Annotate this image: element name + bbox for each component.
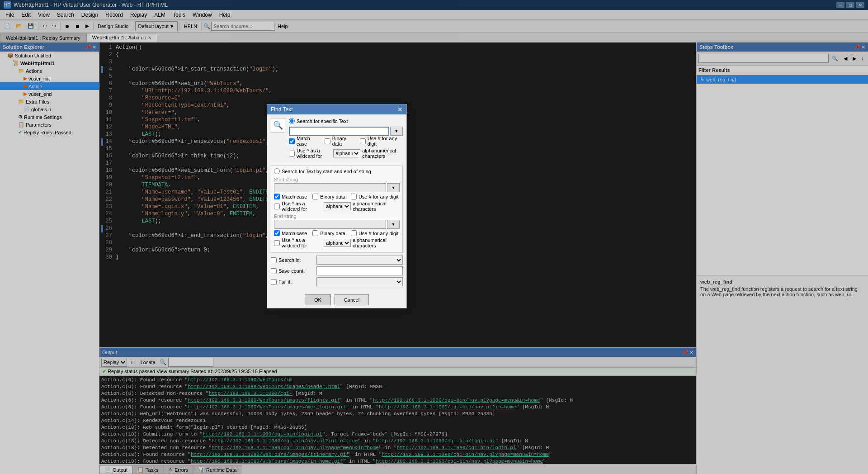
wildcard-select-3[interactable]: alphanumerical characters	[324, 239, 351, 247]
match-case-checkbox-3[interactable]	[274, 230, 280, 236]
binary-data-checkbox-1[interactable]	[325, 138, 330, 144]
start-string-field[interactable]	[274, 183, 386, 192]
search-specific-text-row: Search for specific Text	[289, 118, 403, 124]
binary-data-checkbox-3[interactable]	[312, 230, 318, 236]
top-section: 🔍 Search for specific Text ▼ Match case	[271, 118, 403, 160]
binary-data-label-3: Binary data	[320, 231, 345, 236]
use-caret-checkbox-1[interactable]	[289, 151, 295, 156]
match-case-label-2: Match case	[282, 194, 307, 199]
save-count-label: Save count:	[278, 268, 315, 274]
wildcard-suffix-1: alphanumerical characters	[362, 148, 403, 159]
wildcard-row-3: Use ^ as a wildcard for alphanumerical c…	[274, 237, 400, 248]
use-caret-label-3: Use ^ as a wildcard for	[282, 237, 322, 248]
use-hash-checkbox-1[interactable]	[360, 138, 366, 144]
search-text-field[interactable]	[289, 127, 389, 136]
divider-1	[271, 163, 403, 163]
start-string-input-row: ▼	[274, 183, 400, 192]
wildcard-suffix-3: alphanumerical characters	[353, 237, 400, 248]
end-string-input-row: ▼	[274, 220, 400, 229]
match-case-row-2: Match case Binary data Use # for any dig…	[274, 194, 400, 199]
save-count-field[interactable]	[316, 266, 403, 275]
boundary-section: Search for Text by start and end of stri…	[271, 165, 403, 253]
search-boundary-radio[interactable]	[274, 168, 280, 174]
match-case-checkbox-1[interactable]	[289, 138, 295, 144]
dialog-title-text: Find Text	[271, 106, 292, 113]
start-string-label: Start string	[274, 177, 400, 182]
binary-data-label-1: Binary data	[332, 136, 354, 147]
dialog-body: 🔍 Search for specific Text ▼ Match case	[267, 114, 406, 292]
use-hash-checkbox-3[interactable]	[351, 230, 357, 236]
use-caret-checkbox-3[interactable]	[274, 240, 280, 246]
dialog-overlay: Find Text ✕ 🔍 Search for specific Text ▼	[0, 0, 868, 474]
save-count-checkbox[interactable]	[271, 268, 277, 274]
search-in-label: Search in:	[278, 257, 315, 263]
search-in-checkbox[interactable]	[271, 257, 277, 263]
binary-data-checkbox-2[interactable]	[312, 194, 318, 199]
match-case-row-3: Match case Binary data Use # for any dig…	[274, 230, 400, 236]
cancel-button[interactable]: Cancel	[335, 294, 369, 305]
wildcard-suffix-2: alphanumerical characters	[353, 201, 400, 212]
match-case-row-1: Match case Binary data Use # for any dig…	[289, 136, 403, 147]
fail-if-checkbox[interactable]	[271, 279, 277, 285]
use-hash-label-2: Use # for any digit	[359, 194, 399, 199]
start-browse-button[interactable]: ▼	[387, 183, 400, 192]
save-count-row: Save count:	[271, 266, 403, 275]
use-caret-label-1: Use ^ as a wildcard for	[297, 148, 331, 159]
search-browse-button[interactable]: ▼	[390, 127, 403, 136]
wildcard-select-2[interactable]: alphanumerical characters	[324, 202, 351, 210]
use-hash-label-3: Use # for any digit	[359, 231, 399, 236]
ok-button[interactable]: OK	[305, 294, 331, 305]
dialog-footer: OK Cancel	[267, 292, 406, 308]
use-caret-checkbox-2[interactable]	[274, 204, 280, 209]
find-icon: 🔍	[271, 118, 285, 133]
use-hash-checkbox-2[interactable]	[351, 194, 357, 199]
wildcard-row-1: Use ^ as a wildcard for alphanumerical c…	[289, 148, 403, 159]
dialog-title-bar: Find Text ✕	[267, 104, 406, 114]
search-boundary-row: Search for Text by start and end of stri…	[274, 168, 400, 174]
dialog-close-button[interactable]: ✕	[397, 106, 403, 113]
fail-if-select[interactable]	[316, 277, 403, 286]
end-string-field[interactable]	[274, 220, 386, 229]
search-text-input-row: ▼	[289, 127, 403, 136]
match-case-checkbox-2[interactable]	[274, 194, 280, 199]
find-text-dialog: Find Text ✕ 🔍 Search for specific Text ▼	[267, 104, 407, 308]
search-specific-radio[interactable]	[289, 118, 295, 124]
match-case-label-1: Match case	[297, 136, 319, 147]
fail-if-row: Fail if:	[271, 277, 403, 286]
end-string-label: End string	[274, 213, 400, 219]
match-case-label-3: Match case	[282, 231, 307, 236]
wildcard-select-1[interactable]: alphanumerical characters	[333, 149, 360, 157]
use-hash-label-1: Use # for any digit	[368, 136, 403, 147]
search-in-select[interactable]	[316, 256, 403, 265]
binary-data-label-2: Binary data	[320, 194, 345, 199]
fail-if-label: Fail if:	[278, 279, 315, 284]
search-boundary-label: Search for Text by start and end of stri…	[282, 169, 371, 174]
wildcard-row-2: Use ^ as a wildcard for alphanumerical c…	[274, 201, 400, 212]
end-browse-button[interactable]: ▼	[387, 220, 400, 229]
search-in-row: Search in:	[271, 256, 403, 265]
search-specific-label: Search for specific Text	[297, 118, 348, 124]
specific-text-section: Search for specific Text ▼ Match case Bi…	[289, 118, 403, 160]
use-caret-label-2: Use ^ as a wildcard for	[282, 201, 322, 212]
